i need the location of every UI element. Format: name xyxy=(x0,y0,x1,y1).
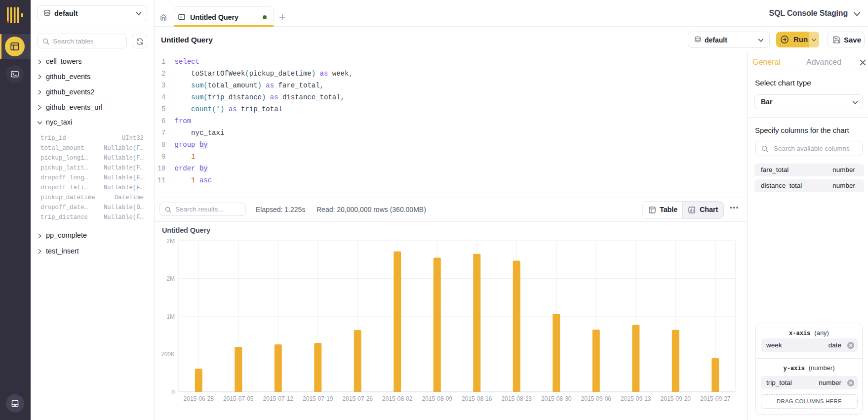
svg-text:2015-07-05: 2015-07-05 xyxy=(223,395,254,402)
svg-text:2015-08-02: 2015-08-02 xyxy=(382,395,413,402)
svg-text:2015-07-26: 2015-07-26 xyxy=(343,395,373,402)
svg-text:2015-08-23: 2015-08-23 xyxy=(502,395,532,402)
svg-text:2M: 2M xyxy=(166,238,175,245)
svg-text:2015-06-28: 2015-06-28 xyxy=(184,395,214,402)
svg-text:2015-08-16: 2015-08-16 xyxy=(462,395,492,402)
svg-text:2015-08-30: 2015-08-30 xyxy=(541,395,572,402)
svg-text:700K: 700K xyxy=(161,351,175,358)
svg-text:2015-09-20: 2015-09-20 xyxy=(661,395,691,402)
svg-text:2015-07-12: 2015-07-12 xyxy=(263,395,294,402)
svg-text:2015-09-13: 2015-09-13 xyxy=(621,395,651,402)
svg-text:2015-09-06: 2015-09-06 xyxy=(581,395,612,402)
svg-text:2M: 2M xyxy=(166,275,175,282)
svg-text:0: 0 xyxy=(171,389,175,396)
svg-text:2015-08-09: 2015-08-09 xyxy=(422,395,453,402)
svg-text:2015-09-27: 2015-09-27 xyxy=(700,395,731,402)
svg-text:1M: 1M xyxy=(166,313,175,320)
svg-text:2015-07-19: 2015-07-19 xyxy=(303,395,333,402)
